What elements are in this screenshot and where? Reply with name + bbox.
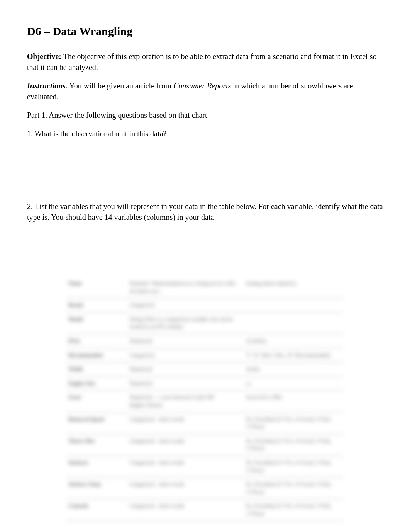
answer-space-2 bbox=[27, 230, 383, 277]
table-cell: Numerical bbox=[127, 362, 244, 377]
variables-table-blurred: NameNominal / Representation as a string… bbox=[66, 277, 344, 521]
objective-text: The objective of this exploration is to … bbox=[27, 52, 376, 71]
table-cell: cc bbox=[244, 376, 344, 391]
table-cell: Surface Clean bbox=[66, 478, 127, 499]
instructions-italic: Consumer Reports bbox=[173, 82, 231, 90]
table-cell: Removal Speed bbox=[66, 412, 127, 434]
table-cell: in dollars bbox=[244, 334, 344, 348]
table-row: ControlsCategorical - short wordsEx. Exc… bbox=[66, 499, 344, 521]
table-cell: Ex. Excellent (5=V.G, 4=Good, 3=Fair, 2=… bbox=[244, 499, 344, 521]
instructions-label: Instructions bbox=[27, 82, 66, 90]
table-cell bbox=[244, 298, 344, 313]
table-cell: Categorical bbox=[127, 348, 244, 362]
table-cell: Numerical bbox=[127, 376, 244, 391]
table-row: BrandCategorical bbox=[66, 298, 344, 313]
table-row: Throw DistCategorical - short wordsEx. E… bbox=[66, 434, 344, 456]
page-title: D6 – Data Wrangling bbox=[27, 23, 383, 39]
table-cell: (string unless numeric) bbox=[244, 277, 344, 298]
table-row: NameNominal / Representation as a string… bbox=[66, 277, 344, 298]
table-cell: Categorical - short words bbox=[127, 478, 244, 499]
table-cell: Model bbox=[66, 312, 127, 334]
table-cell: Width bbox=[66, 362, 127, 377]
table-cell: Recommended bbox=[66, 348, 127, 362]
table-row: SurfacesCategorical - short wordsEx. Exc… bbox=[66, 456, 344, 477]
table-row: Surface CleanCategorical - short wordsEx… bbox=[66, 478, 344, 499]
objective-label: Objective: bbox=[27, 52, 61, 61]
table-cell: Categorical - short words bbox=[127, 412, 244, 434]
table-cell bbox=[244, 312, 344, 334]
table-cell: Score bbox=[66, 391, 127, 412]
table-row: ScoreNumerical — score between 0 and 100… bbox=[66, 391, 344, 412]
table-cell: Surfaces bbox=[66, 456, 127, 477]
table-cell: Ex. Excellent (5=V.G, 4=Good, 3=Fair, 2=… bbox=[244, 412, 344, 434]
table-cell: Ex. Excellent (5=V.G, 4=Good, 3=Fair, 2=… bbox=[244, 478, 344, 499]
table-cell: Categorical - short words bbox=[127, 434, 244, 456]
instructions-paragraph: Instructions. You will be given an artic… bbox=[27, 80, 383, 102]
question-2: 2. List the variables that you will repr… bbox=[27, 201, 383, 223]
table-cell: Throw Dist bbox=[66, 434, 127, 456]
table-cell: Ex. Excellent (5=V.G, 4=Good, 3=Fair, 2=… bbox=[244, 434, 344, 456]
table-cell: String (This is a categorical variable, … bbox=[127, 312, 244, 334]
table-cell: Nominal / Representation as a string not… bbox=[127, 277, 244, 298]
table-cell: Numerical bbox=[127, 334, 244, 348]
table-cell: Categorical - short words bbox=[127, 456, 244, 477]
table-cell: inches bbox=[244, 362, 344, 377]
table-cell: Categorical bbox=[127, 298, 244, 313]
question-1: 1. What is the observational unit in thi… bbox=[27, 128, 383, 139]
table-cell: Score (0 to 100) bbox=[244, 391, 344, 412]
table-cell: Brand bbox=[66, 298, 127, 313]
table-row: PriceNumericalin dollars bbox=[66, 334, 344, 348]
instructions-text-1: . You will be given an article from bbox=[66, 82, 173, 90]
part-1-heading: Part 1. Answer the following questions b… bbox=[27, 110, 383, 121]
table-row: Removal SpeedCategorical - short wordsEx… bbox=[66, 412, 344, 434]
table-row: ModelString (This is a categorical varia… bbox=[66, 312, 344, 334]
answer-space-1 bbox=[27, 147, 383, 201]
table-cell: Engine Size bbox=[66, 376, 127, 391]
table-cell: Price bbox=[66, 334, 127, 348]
table-cell: Numerical — score between 0 and 100 (hig… bbox=[127, 391, 244, 412]
table-cell: Y / N / Best / Rec. (Y=Recommended) bbox=[244, 348, 344, 362]
table-cell: Controls bbox=[66, 499, 127, 521]
variables-table-body: NameNominal / Representation as a string… bbox=[66, 277, 344, 521]
objective-paragraph: Objective: The objective of this explora… bbox=[27, 51, 383, 73]
table-row: RecommendedCategoricalY / N / Best / Rec… bbox=[66, 348, 344, 362]
table-cell: Name bbox=[66, 277, 127, 298]
table-row: WidthNumericalinches bbox=[66, 362, 344, 377]
table-cell: Ex. Excellent (5=V.G, 4=Good, 3=Fair, 2=… bbox=[244, 456, 344, 477]
table-row: Engine SizeNumericalcc bbox=[66, 376, 344, 391]
table-cell: Categorical - short words bbox=[127, 499, 244, 521]
